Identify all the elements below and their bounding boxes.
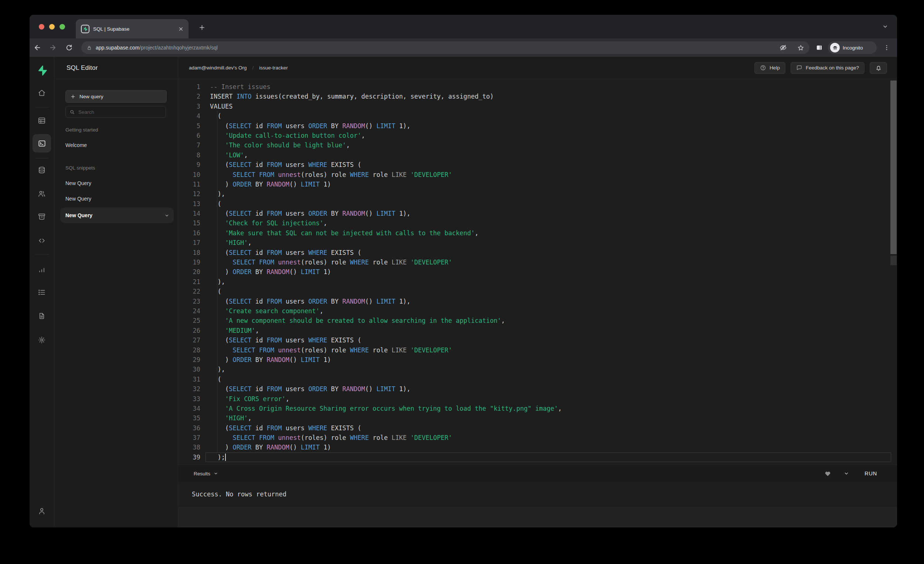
- close-window-button[interactable]: [39, 24, 44, 30]
- sql-editor-icon[interactable]: [33, 134, 51, 153]
- reload-icon[interactable]: [65, 44, 73, 52]
- tracking-protection-eye-off-icon[interactable]: [780, 44, 787, 51]
- run-options-chevron-icon[interactable]: [844, 471, 849, 476]
- code-line[interactable]: 8 'LOW',: [178, 150, 897, 160]
- incognito-label: Incognito: [843, 45, 863, 51]
- line-number: 8: [178, 150, 200, 160]
- code-line[interactable]: 10 SELECT FROM unnest(roles) role WHERE …: [178, 170, 897, 180]
- forward-icon[interactable]: [49, 43, 57, 52]
- code-line[interactable]: 12 ),: [178, 189, 897, 199]
- code-line[interactable]: 5 (SELECT id FROM users ORDER BY RANDOM(…: [178, 121, 897, 131]
- code-line[interactable]: 22 (: [178, 287, 897, 296]
- notifications-button[interactable]: [870, 62, 887, 74]
- code-line[interactable]: 19 SELECT FROM unnest(roles) role WHERE …: [178, 257, 897, 267]
- line-number: 39: [178, 452, 200, 462]
- code-line[interactable]: 11 ) ORDER BY RANDOM() LIMIT 1): [178, 180, 897, 189]
- breadcrumb-org[interactable]: adam@windmill.dev's Org: [189, 65, 247, 70]
- bell-icon: [875, 64, 882, 71]
- reports-icon[interactable]: [38, 265, 46, 274]
- browser-menu-icon[interactable]: [884, 44, 890, 51]
- results-toggle[interactable]: Results: [194, 471, 218, 476]
- code-line[interactable]: 23 (SELECT id FROM users ORDER BY RANDOM…: [178, 296, 897, 306]
- code-line[interactable]: 28 SELECT FROM unnest(roles) role WHERE …: [178, 346, 897, 355]
- code-icon[interactable]: [38, 236, 46, 245]
- help-button[interactable]: Help: [754, 62, 785, 74]
- line-number: 25: [178, 316, 200, 325]
- code-line[interactable]: 14 (SELECT id FROM users ORDER BY RANDOM…: [178, 209, 897, 218]
- search-input[interactable]: [78, 109, 162, 115]
- help-icon: [760, 64, 766, 71]
- home-icon[interactable]: [38, 89, 46, 97]
- code-line[interactable]: 1-- Insert issues: [178, 82, 897, 91]
- code-line[interactable]: 21 ),: [178, 277, 897, 287]
- feedback-button[interactable]: Feedback on this page?: [790, 62, 864, 74]
- sidebar-item-welcome[interactable]: Welcome: [60, 141, 174, 149]
- docs-icon[interactable]: [38, 312, 46, 320]
- sidebar-item-new-query[interactable]: New Query: [60, 180, 174, 187]
- plus-icon: [70, 94, 76, 99]
- code-line[interactable]: 34 'A Cross Origin Resource Sharing erro…: [178, 404, 897, 413]
- code-line[interactable]: 26 'MEDIUM',: [178, 326, 897, 335]
- side-panel-icon[interactable]: [815, 44, 823, 52]
- line-number: 22: [178, 287, 200, 296]
- logs-icon[interactable]: [38, 288, 46, 296]
- line-number: 34: [178, 404, 200, 413]
- results-empty-area: [178, 506, 897, 527]
- tab-close-icon[interactable]: [178, 27, 183, 31]
- code-line[interactable]: 33 'Fix CORS error',: [178, 394, 897, 404]
- code-line[interactable]: 3VALUES: [178, 102, 897, 111]
- code-line[interactable]: 35 'HIGH',: [178, 413, 897, 423]
- chevron-down-icon[interactable]: [165, 213, 169, 218]
- url-bar[interactable]: app.supabase.com/project/azahtnhqohyjerz…: [81, 41, 809, 54]
- code-line[interactable]: 36 (SELECT id FROM users WHERE EXISTS (: [178, 423, 897, 433]
- code-line[interactable]: 18 (SELECT id FROM users WHERE EXISTS (: [178, 248, 897, 257]
- code-line[interactable]: 37 SELECT FROM unnest(roles) role WHERE …: [178, 433, 897, 443]
- code-line[interactable]: 25 'A new component should be created to…: [178, 316, 897, 325]
- code-line[interactable]: 30 ),: [178, 365, 897, 374]
- table-editor-icon[interactable]: [38, 116, 46, 125]
- database-icon[interactable]: [38, 166, 46, 174]
- code-line[interactable]: 27 (SELECT id FROM users WHERE EXISTS (: [178, 335, 897, 345]
- code-line[interactable]: 16 'Make sure that SQL can not be inject…: [178, 228, 897, 238]
- code-line[interactable]: 13 (: [178, 199, 897, 209]
- code-line[interactable]: 20 ) ORDER BY RANDOM() LIMIT 1): [178, 267, 897, 277]
- code-line[interactable]: 7 'The color should be light blue',: [178, 141, 897, 150]
- editor-scrollbar[interactable]: [890, 81, 897, 254]
- code-line[interactable]: 2INSERT INTO issues(created_by, summary,…: [178, 91, 897, 101]
- code-line[interactable]: 38 ) ORDER BY RANDOM() LIMIT 1): [178, 443, 897, 452]
- account-icon[interactable]: [38, 507, 46, 515]
- code-line[interactable]: 32 (SELECT id FROM users ORDER BY RANDOM…: [178, 384, 897, 394]
- incognito-badge[interactable]: Incognito: [828, 41, 877, 54]
- auth-users-icon[interactable]: [38, 190, 46, 198]
- run-button[interactable]: RUN: [864, 471, 877, 476]
- sidebar-item-new-query[interactable]: New Query: [60, 195, 174, 202]
- line-number: 24: [178, 306, 200, 316]
- code-line[interactable]: 4 (: [178, 111, 897, 121]
- url-text: app.supabase.com/project/azahtnhqohyjerz…: [96, 45, 218, 51]
- settings-icon[interactable]: [38, 336, 46, 344]
- page-title: SQL Editor: [54, 57, 178, 79]
- minimize-window-button[interactable]: [49, 24, 55, 30]
- code-line[interactable]: 17 'HIGH',: [178, 238, 897, 247]
- code-line[interactable]: 29 ) ORDER BY RANDOM() LIMIT 1): [178, 355, 897, 365]
- back-icon[interactable]: [33, 43, 41, 52]
- new-tab-button[interactable]: [195, 22, 208, 33]
- supabase-logo-icon: [36, 64, 47, 76]
- browser-tab[interactable]: SQL | Supabase: [76, 19, 189, 39]
- code-line[interactable]: 31 (: [178, 374, 897, 384]
- storage-icon[interactable]: [38, 212, 46, 221]
- breadcrumb-project[interactable]: issue-tracker: [259, 65, 288, 70]
- tab-search-chevron-icon[interactable]: [882, 24, 888, 30]
- code-line[interactable]: 39 );: [178, 452, 897, 462]
- bookmark-star-icon[interactable]: [797, 44, 804, 51]
- code-line[interactable]: 6 'Update call-to-action button color',: [178, 131, 897, 141]
- favorite-heart-icon[interactable]: [824, 470, 831, 477]
- code-line[interactable]: 9 (SELECT id FROM users WHERE EXISTS (: [178, 160, 897, 169]
- sidebar-item-new-query[interactable]: New Query: [60, 208, 174, 223]
- new-query-button[interactable]: New query: [65, 90, 167, 103]
- zoom-window-button[interactable]: [60, 24, 65, 30]
- sql-code-editor[interactable]: 1-- Insert issues2INSERT INTO issues(cre…: [178, 79, 897, 465]
- code-line[interactable]: 15 'Check for SQL injections',: [178, 218, 897, 228]
- line-number: 12: [178, 189, 200, 199]
- code-line[interactable]: 24 'Create search component',: [178, 306, 897, 316]
